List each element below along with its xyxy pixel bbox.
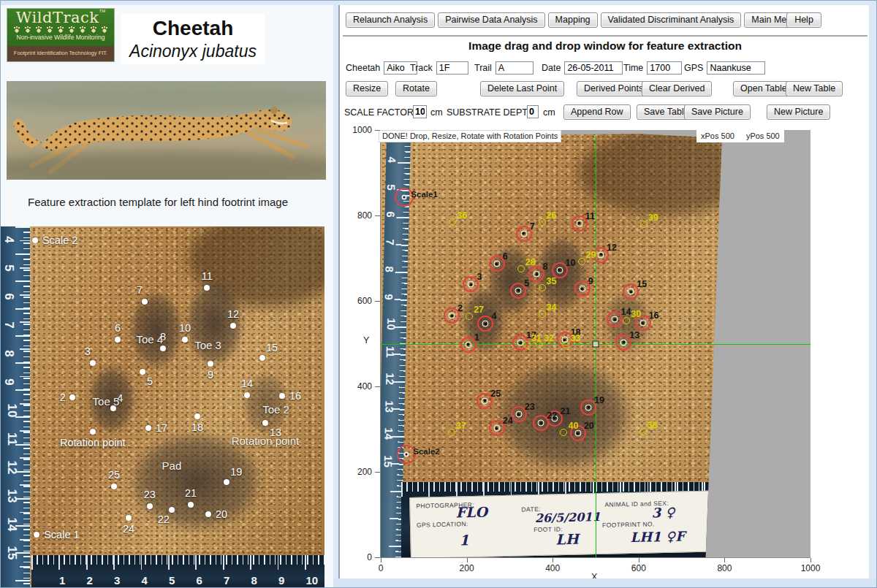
ruler-number: 13 (383, 400, 395, 413)
y-tick-label: 200 (346, 467, 372, 477)
y-tick-mark (375, 130, 380, 131)
template-point-20 (205, 511, 211, 517)
derived-point-27[interactable] (466, 313, 473, 320)
ruler-number: 7 (384, 239, 396, 245)
logo-brand-text: WildTrack (16, 9, 99, 26)
ruler-number: 5 (169, 574, 175, 587)
derived-point-label: 33 (570, 333, 580, 343)
ruler-number: 4 (142, 574, 148, 587)
y-tick-label: 400 (346, 381, 372, 392)
feature-point-label: 25 (490, 389, 501, 399)
y-tick-mark (375, 301, 380, 302)
image-drop-canvas[interactable]: 456789101112131415 QUICK P 1234567891011… (381, 130, 810, 557)
derived-point-label: 28 (525, 257, 536, 267)
feature-point-label: 2 (458, 303, 463, 313)
ypos-readout: yPos 500 (746, 130, 780, 142)
feature-point-label: 10 (566, 258, 576, 268)
derived-point-28[interactable] (517, 265, 525, 272)
feature-point-label: 22 (547, 411, 557, 421)
y-tick-label: 1000 (346, 125, 372, 135)
ruler-number: 8 (251, 574, 257, 587)
derived-point-label: 37 (456, 421, 466, 431)
ruler-number: 8 (383, 266, 395, 272)
feature-point-label: 12 (607, 243, 617, 253)
card-value: LH (555, 531, 579, 548)
ruler-number: 11 (384, 345, 397, 357)
ruler-number: 6 (384, 211, 397, 218)
template-point-label: 6 (115, 322, 121, 334)
template-point-label: 14 (241, 378, 253, 389)
x-tick-mark (639, 558, 639, 562)
template-point-15 (259, 355, 265, 361)
template-point-7 (142, 299, 148, 305)
feature-point-label: 3 (477, 272, 482, 282)
template-point-2 (69, 394, 75, 400)
derived-point-35[interactable] (539, 284, 546, 291)
photo-info-card: PHOTOGRAPHER: FLO DATE: 26/5/2011 ANIMAL… (409, 490, 728, 557)
x-tick-label: 1000 (796, 563, 825, 573)
card-label: FOOTPRINT NO. (602, 520, 655, 529)
template-point-6 (115, 337, 121, 343)
derived-point-label: 26 (547, 210, 557, 221)
ruler-number: 10 (4, 404, 19, 418)
template-point-label: 23 (144, 489, 156, 500)
ruler-number: 12 (384, 373, 396, 385)
template-point-label: 24 (123, 523, 134, 535)
derived-point-31[interactable] (523, 341, 531, 348)
derived-point-37[interactable] (448, 429, 455, 436)
logo-tm: TM (99, 9, 105, 13)
template-point-label: 2 (60, 392, 66, 403)
template-point-label: 12 (227, 308, 239, 320)
ruler-number: 9 (383, 294, 395, 300)
derived-point-label: 35 (547, 276, 557, 286)
derived-point-label: 29 (586, 250, 596, 260)
derived-point-34[interactable] (539, 310, 546, 318)
x-tick-label: 400 (538, 563, 567, 573)
species-latin-name: Acinonyx jubatus (123, 42, 263, 61)
ruler-number: 10 (385, 318, 398, 330)
crosshair-handle[interactable] (593, 340, 599, 347)
derived-point-39[interactable] (640, 221, 648, 228)
template-point-label: 19 (230, 466, 242, 478)
template-point-label: 21 (185, 487, 197, 499)
derived-point-40[interactable] (560, 429, 567, 436)
x-axis-line (380, 557, 810, 558)
derived-point-32[interactable] (536, 341, 543, 348)
template-point-14 (244, 392, 250, 398)
feature-point-label: 6 (503, 251, 508, 261)
template-point-25 (111, 484, 117, 489)
template-point-label: 22 (158, 513, 170, 525)
shadow-patch (578, 130, 750, 215)
template-point-label: 10 (179, 322, 191, 334)
derived-point-label: 40 (568, 421, 578, 431)
derived-point-38[interactable] (639, 428, 647, 435)
derived-point-label: 27 (474, 305, 484, 315)
derived-point-33[interactable] (562, 341, 569, 348)
template-point-21 (188, 502, 194, 508)
ruler-number: 12 (4, 461, 19, 475)
derived-point-30[interactable] (623, 317, 630, 324)
feature-point-label: 24 (503, 416, 513, 426)
ruler-number: 6 (1, 293, 16, 299)
ruler-number: 9 (278, 574, 284, 587)
card-value: FLO (455, 504, 487, 521)
feature-extraction-panel: Relaunch AnalysisPairwise Data AnalysisM… (338, 5, 869, 583)
logo-top: WildTrackTM Non-invasive Wildlife Monito… (7, 9, 114, 47)
template-region-label: Toe 3 (194, 338, 221, 351)
template-point-label: 5 (147, 375, 153, 387)
footprint-template-image: 456789101112131415 12345678910 Scale 223… (1, 226, 324, 588)
ruler-number: 9 (1, 378, 16, 385)
derived-point-26[interactable] (539, 218, 546, 226)
y-axis-label: Y (363, 335, 369, 345)
card-value: 26/5/2011 (535, 510, 601, 525)
feature-point-label: 19 (594, 395, 604, 405)
ruler-number: 4 (386, 156, 398, 163)
paw-prints-icon (12, 26, 110, 33)
template-region-label: Toe 2 (262, 402, 289, 415)
ruler-number: 6 (197, 574, 202, 587)
derived-point-36[interactable] (449, 218, 456, 226)
feature-point-label: 23 (525, 402, 535, 412)
template-point-5 (140, 369, 145, 375)
template-point-label: 9 (208, 369, 213, 381)
derived-point-29[interactable] (578, 258, 585, 265)
